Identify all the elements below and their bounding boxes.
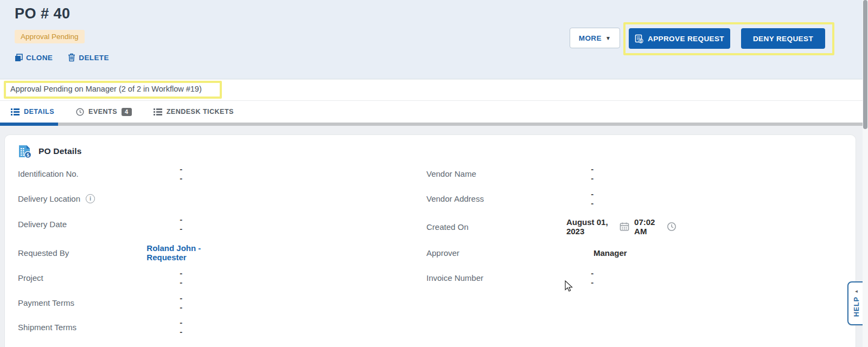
caret-left-icon: ◄ — [854, 290, 859, 294]
clone-label: CLONE — [26, 54, 53, 62]
field-value: -- — [180, 164, 185, 183]
field-value: -- — [591, 268, 596, 287]
deny-label: DENY REQUEST — [753, 35, 813, 43]
field-value: -- — [180, 293, 185, 312]
field-label: Created On — [426, 222, 566, 232]
field-value: -- — [180, 215, 185, 233]
field-row-requested-by: Requested By Roland John - Requester — [18, 247, 222, 259]
info-icon[interactable]: i — [86, 194, 95, 203]
more-button[interactable]: MORE ▼ — [570, 28, 620, 48]
field-label: Delivery Date — [18, 220, 180, 229]
page-title: PO # 40 — [15, 5, 71, 22]
tab-events-label: EVENTS — [88, 108, 117, 115]
svg-text:$: $ — [27, 152, 30, 158]
tab-bar: DETAILS EVENTS 4 ZENDESK TICKETS — [0, 101, 863, 123]
vertical-scrollbar-thumb[interactable] — [863, 0, 867, 129]
field-row-identification-no: Identification No. -- — [18, 168, 185, 179]
field-value: -- — [591, 189, 596, 208]
requested-by-link[interactable]: Roland John - Requester — [146, 243, 222, 262]
field-value: Manager — [593, 248, 627, 258]
field-row-project: Project -- — [18, 272, 185, 284]
list-icon — [11, 108, 20, 115]
deny-request-button[interactable]: DENY REQUEST — [741, 28, 825, 49]
field-row-delivery-location: Delivery Location i — [18, 192, 182, 204]
created-on-time: 07:02 AM — [634, 217, 662, 236]
po-details-card: $ PO Details Identification No. -- Deliv… — [4, 134, 856, 347]
help-label: HELP — [853, 297, 860, 317]
field-row-vendor-name: Vendor Name -- — [426, 168, 596, 179]
calendar-icon — [620, 222, 629, 232]
field-row-invoice-number: Invoice Number -- — [426, 272, 596, 284]
field-label: Approver — [426, 248, 593, 258]
clock-icon — [667, 222, 676, 232]
tab-details[interactable]: DETAILS — [5, 101, 60, 123]
field-row-vendor-address: Vendor Address -- — [426, 192, 596, 204]
field-label: Payment Terms — [18, 298, 180, 307]
field-row-approver: Approver Manager — [426, 247, 627, 259]
svg-text:$: $ — [640, 39, 642, 43]
field-label: Delivery Location i — [18, 194, 182, 203]
page-header: PO # 40 Approval Pending CLONE DELETE MO… — [0, 0, 863, 79]
field-label: Vendor Address — [426, 194, 591, 203]
field-label: Requested By — [18, 248, 146, 258]
tab-details-label: DETAILS — [24, 108, 54, 115]
chevron-down-icon: ▼ — [605, 35, 611, 41]
po-details-icon: $ — [18, 144, 32, 159]
tab-zendesk-tickets[interactable]: ZENDESK TICKETS — [148, 101, 239, 123]
more-label: MORE — [579, 34, 602, 42]
status-badge: Approval Pending — [15, 30, 85, 43]
tab-zendesk-label: ZENDESK TICKETS — [167, 108, 234, 115]
section-title: PO Details — [39, 146, 82, 156]
trash-icon — [68, 53, 75, 62]
clock-history-icon — [76, 108, 84, 116]
delete-button[interactable]: DELETE — [68, 53, 109, 62]
highlight-annotation-status — [4, 81, 222, 99]
approve-request-button[interactable]: $ APPROVE REQUEST — [629, 28, 730, 49]
field-row-created-on: Created On August 01, 2023 07:02 AM — [426, 221, 676, 233]
approve-label: APPROVE REQUEST — [648, 35, 724, 43]
field-row-shipment-terms: Shipment Terms -- — [18, 321, 185, 333]
delete-label: DELETE — [79, 54, 109, 62]
field-row-payment-terms: Payment Terms -- — [18, 297, 185, 309]
events-count-badge: 4 — [122, 108, 132, 116]
field-label: Identification No. — [18, 169, 180, 178]
field-label: Shipment Terms — [18, 323, 180, 332]
created-on-date: August 01, 2023 — [566, 217, 615, 236]
field-value: -- — [180, 268, 185, 287]
field-value: -- — [180, 318, 185, 336]
field-label: Project — [18, 273, 180, 282]
tab-events[interactable]: EVENTS 4 — [71, 101, 137, 123]
list-icon — [154, 108, 162, 115]
field-row-delivery-date: Delivery Date -- — [18, 218, 185, 230]
field-label: Vendor Name — [426, 169, 591, 178]
approve-doc-icon: $ — [635, 34, 643, 43]
clone-button[interactable]: CLONE — [15, 53, 53, 62]
vertical-scrollbar-track[interactable] — [863, 0, 868, 347]
field-value: -- — [591, 164, 596, 183]
field-label: Invoice Number — [426, 273, 591, 282]
clone-icon — [15, 54, 23, 62]
